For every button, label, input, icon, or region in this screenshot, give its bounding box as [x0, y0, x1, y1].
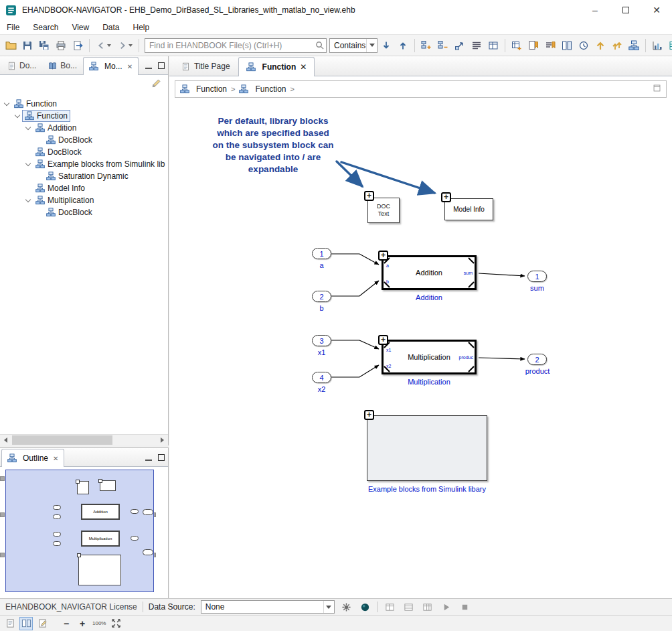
tab-title-page[interactable]: Title Page: [173, 56, 238, 76]
promote-button[interactable]: [592, 38, 608, 54]
scroll-left-button[interactable]: [0, 435, 11, 445]
tab-model[interactable]: Mo... ✕: [83, 57, 139, 75]
tab-outline[interactable]: Outline ✕: [1, 449, 64, 467]
output-port-2[interactable]: 2: [527, 354, 547, 365]
input-port-3[interactable]: 3: [312, 335, 331, 346]
horizontal-scrollbar[interactable]: [0, 434, 168, 445]
model-tree-button[interactable]: [626, 38, 642, 54]
tree-item-saturation-dynamic[interactable]: Saturation Dynamic: [0, 170, 168, 182]
outline-viewport[interactable]: Addition Multiplication: [5, 470, 154, 592]
promote-all-button[interactable]: [609, 38, 625, 54]
scroll-right-button[interactable]: [157, 435, 168, 445]
model-canvas[interactable]: Per default, library blocks which are sp…: [169, 99, 672, 598]
menu-file[interactable]: File: [0, 20, 26, 34]
doc-text-block[interactable]: + DOC Text: [367, 198, 400, 223]
tree-item-function[interactable]: Function: [0, 110, 168, 122]
output-port-1[interactable]: 1: [527, 271, 547, 282]
maximize-panel-button[interactable]: [158, 62, 165, 71]
expand-chevron-icon[interactable]: [13, 112, 21, 120]
stop-measurement-button[interactable]: [458, 600, 472, 614]
find-previous-button[interactable]: [395, 38, 411, 54]
input-port-2[interactable]: 2: [312, 291, 331, 302]
tree-item-addition[interactable]: Addition: [0, 122, 168, 134]
menu-search[interactable]: Search: [26, 20, 65, 34]
addition-block[interactable]: + Addition a b sum: [382, 255, 477, 290]
measurement-window-button[interactable]: [402, 600, 416, 614]
forward-dropdown-caret[interactable]: [129, 44, 133, 47]
expand-chevron-icon[interactable]: [3, 100, 11, 108]
minimize-panel-button[interactable]: [145, 62, 152, 71]
breadcrumb-item-function[interactable]: Function: [255, 84, 286, 94]
expand-badge[interactable]: +: [378, 335, 388, 345]
scrollbar-thumb[interactable]: [12, 435, 112, 445]
collapse-substructure-button[interactable]: [435, 38, 451, 54]
bookmark-list-button[interactable]: [542, 38, 558, 54]
data-source-status-button[interactable]: [359, 600, 372, 614]
link-with-editor-button[interactable]: [452, 38, 468, 54]
model-info-block[interactable]: + Model Info: [444, 198, 493, 220]
measurement-chart-button[interactable]: [649, 38, 665, 54]
tree-item-addition-docblock[interactable]: DocBlock: [0, 134, 168, 146]
example-blocks-block[interactable]: +: [367, 415, 487, 481]
list-view-button[interactable]: [469, 38, 485, 54]
zoom-out-button[interactable]: −: [60, 617, 73, 630]
save-button[interactable]: [19, 38, 35, 54]
expand-badge[interactable]: +: [364, 410, 374, 420]
side-by-side-view-button[interactable]: [19, 617, 33, 630]
expand-chevron-icon[interactable]: [24, 160, 32, 168]
experiment-button[interactable]: [421, 600, 434, 614]
zoom-reset-button[interactable]: 100%: [92, 617, 106, 630]
nav-forward-button[interactable]: [114, 38, 135, 54]
fit-to-view-button[interactable]: [109, 617, 122, 630]
tree-item-multiplication-docblock[interactable]: DocBlock: [0, 206, 168, 218]
export-report-button[interactable]: [70, 38, 86, 54]
data-source-dropdown-caret[interactable]: [323, 601, 334, 613]
contains-dropdown-caret[interactable]: [366, 39, 377, 52]
pencil-icon[interactable]: [151, 78, 161, 88]
maximize-button[interactable]: [610, 0, 641, 20]
menu-help[interactable]: Help: [127, 20, 157, 34]
data-source-select[interactable]: None: [201, 600, 335, 614]
close-tab-icon[interactable]: ✕: [127, 63, 133, 70]
expand-substructure-button[interactable]: [418, 38, 434, 54]
expand-badge[interactable]: +: [378, 251, 388, 261]
back-dropdown-caret[interactable]: [107, 44, 111, 47]
tree-item-model-info[interactable]: Model Info: [0, 182, 168, 194]
expand-badge[interactable]: +: [441, 192, 451, 202]
compare-button[interactable]: [559, 38, 575, 54]
save-all-button[interactable]: [36, 38, 52, 54]
menu-data[interactable]: Data: [96, 20, 126, 34]
settings-button[interactable]: [340, 600, 353, 614]
minimize-button[interactable]: –: [580, 0, 610, 20]
expand-chevron-icon[interactable]: [24, 196, 32, 204]
add-label-button[interactable]: [509, 38, 525, 54]
history-button[interactable]: [576, 38, 592, 54]
maximize-panel-button[interactable]: [158, 453, 165, 463]
close-tab-icon[interactable]: ✕: [300, 62, 307, 72]
input-port-4[interactable]: 4: [312, 372, 331, 383]
input-port-1[interactable]: 1: [312, 248, 331, 259]
open-file-button[interactable]: [3, 38, 19, 54]
tab-documents[interactable]: Do...: [1, 56, 42, 74]
start-measurement-button[interactable]: [440, 600, 453, 614]
contains-select[interactable]: Contains: [329, 38, 377, 53]
print-button[interactable]: [53, 38, 69, 54]
find-next-button[interactable]: [378, 38, 394, 54]
tab-function[interactable]: Function ✕: [238, 57, 315, 76]
tab-books[interactable]: Bo...: [42, 56, 83, 74]
minimize-panel-button[interactable]: [145, 453, 152, 463]
find-input[interactable]: [145, 38, 327, 53]
measurement-config-button[interactable]: [384, 600, 397, 614]
close-button[interactable]: ✕: [641, 0, 672, 20]
breadcrumb-corner-button[interactable]: [653, 84, 661, 94]
tree-item-multiplication[interactable]: Multiplication: [0, 194, 168, 206]
expand-chevron-icon[interactable]: [24, 124, 32, 132]
tree-item-function-root[interactable]: Function: [0, 98, 168, 110]
menu-view[interactable]: View: [65, 20, 96, 34]
table-view-button[interactable]: [485, 38, 501, 54]
zoom-in-button[interactable]: +: [76, 617, 89, 630]
tree-item-example-blocks[interactable]: Example blocks from Simulink lib: [0, 158, 168, 170]
breadcrumb-item-function-root[interactable]: Function: [196, 84, 227, 94]
close-tab-icon[interactable]: ✕: [53, 455, 58, 462]
page-layout-view-button[interactable]: [35, 617, 49, 630]
